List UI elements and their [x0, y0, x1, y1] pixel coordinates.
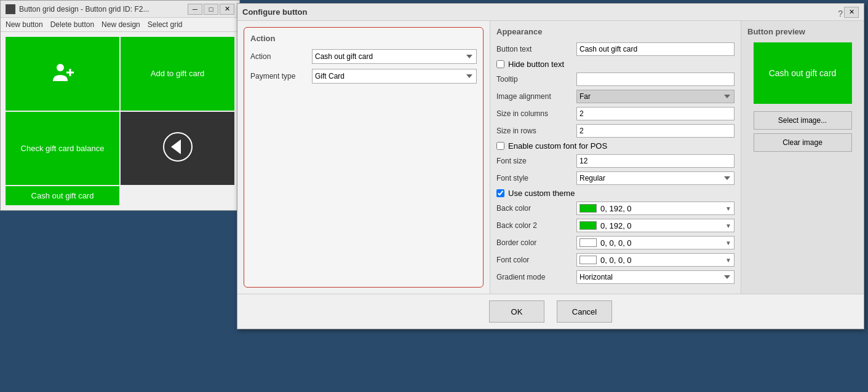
size-rows-label: Size in rows — [496, 127, 576, 135]
grid-cell-4[interactable] — [121, 112, 234, 186]
grid-cell-5[interactable]: Cash out gift card — [6, 186, 119, 205]
back-color-value: 0, 192, 0 — [600, 204, 632, 213]
minimize-button[interactable]: ─ — [188, 4, 202, 15]
payment-type-select[interactable]: Gift Card Cash Credit Card — [312, 69, 477, 84]
custom-theme-row: Use custom theme — [496, 189, 735, 198]
back-color2-value: 0, 192, 0 — [600, 221, 632, 230]
main-title-bar: Button grid design - Button grid ID: F2.… — [1, 1, 239, 18]
grid-cell-1[interactable] — [6, 37, 119, 111]
configure-section: Action Action Cash out gift card Add to … — [244, 27, 484, 288]
font-size-label: Font size — [496, 157, 576, 165]
action-label: Action — [250, 52, 312, 61]
back-color2-row: Back color 2 0, 192, 0 ▼ — [496, 219, 735, 232]
back-color-swatch — [579, 204, 597, 213]
back-color-field[interactable]: 0, 192, 0 ▼ — [576, 202, 735, 215]
svg-marker-4 — [171, 139, 181, 154]
dialog-title-bar: Configure button ? ✕ — [237, 4, 864, 21]
font-style-select[interactable]: Regular Bold Italic Bold Italic — [576, 171, 735, 185]
clear-image-button[interactable]: Clear image — [754, 133, 852, 152]
configure-dialog: Configure button ? ✕ Action Action Cash … — [237, 3, 864, 329]
hide-button-text-label: Hide button text — [508, 60, 564, 69]
font-color-swatch — [579, 256, 597, 264]
menu-new-design[interactable]: New design — [102, 20, 140, 29]
gradient-mode-row: Gradient mode Horizontal Vertical None — [496, 270, 735, 284]
size-columns-input[interactable] — [576, 107, 735, 120]
tooltip-input[interactable] — [576, 73, 735, 86]
back-color2-label: Back color 2 — [496, 221, 576, 230]
button-text-row: Button text — [496, 42, 735, 56]
dialog-title: Configure button — [242, 7, 307, 17]
size-rows-row: Size in rows — [496, 124, 735, 138]
font-size-input[interactable] — [576, 154, 735, 168]
border-color-swatch — [579, 238, 597, 247]
select-image-button[interactable]: Select image... — [754, 111, 852, 130]
dialog-footer: OK Cancel — [237, 294, 864, 329]
action-field-row: Action Cash out gift card Add to gift ca… — [250, 49, 477, 64]
preview-section: Button preview Cash out gift card Select… — [741, 21, 864, 294]
button-text-label: Button text — [496, 45, 576, 53]
back-color2-arrow: ▼ — [725, 222, 731, 229]
size-rows-input[interactable] — [576, 124, 735, 138]
main-window: Button grid design - Button grid ID: F2.… — [0, 0, 240, 211]
font-style-label: Font style — [496, 174, 576, 182]
maximize-button[interactable]: □ — [204, 4, 218, 15]
font-color-row: Font color 0, 0, 0, 0 ▼ — [496, 253, 735, 267]
menu-delete-button[interactable]: Delete button — [50, 20, 94, 29]
font-size-row: Font size — [496, 154, 735, 168]
app-icon — [6, 4, 15, 14]
custom-theme-checkbox[interactable] — [496, 189, 504, 197]
dialog-main: Action Action Cash out gift card Add to … — [237, 21, 864, 294]
border-color-value: 0, 0, 0, 0 — [600, 238, 632, 248]
custom-theme-label: Use custom theme — [508, 189, 575, 198]
font-color-arrow: ▼ — [725, 257, 731, 264]
action-select[interactable]: Cash out gift card Add to gift card Chec… — [312, 49, 477, 64]
border-color-arrow: ▼ — [725, 240, 731, 246]
svg-point-0 — [57, 64, 64, 71]
custom-font-label: Enable custom font for POS — [508, 141, 607, 151]
cancel-button[interactable]: Cancel — [557, 300, 612, 323]
dialog-close-button[interactable]: ✕ — [844, 7, 859, 18]
grid-cell-3[interactable]: Check gift card balance — [6, 112, 119, 186]
grid-cell-2[interactable]: Add to gift card — [121, 37, 234, 111]
font-color-field[interactable]: 0, 0, 0, 0 ▼ — [576, 253, 735, 267]
dialog-body: Action Action Cash out gift card Add to … — [237, 21, 864, 329]
appearance-section: Appearance Button text Hide button text … — [490, 21, 741, 294]
hide-button-text-row: Hide button text — [496, 60, 735, 69]
size-columns-label: Size in columns — [496, 109, 576, 118]
gradient-mode-select[interactable]: Horizontal Vertical None — [576, 270, 735, 284]
border-color-field[interactable]: 0, 0, 0, 0 ▼ — [576, 236, 735, 249]
font-color-value: 0, 0, 0, 0 — [600, 256, 632, 265]
close-button[interactable]: ✕ — [220, 4, 234, 15]
button-grid: Add to gift card Check gift card balance… — [1, 32, 239, 210]
preview-title: Button preview — [747, 27, 805, 36]
appearance-section-title: Appearance — [496, 27, 735, 36]
help-icon[interactable]: ? — [838, 9, 843, 18]
border-color-label: Border color — [496, 238, 576, 247]
font-color-label: Font color — [496, 256, 576, 264]
ok-button[interactable]: OK — [489, 300, 544, 323]
menu-new-button[interactable]: New button — [6, 20, 43, 29]
tooltip-label: Tooltip — [496, 75, 576, 84]
tooltip-row: Tooltip — [496, 73, 735, 86]
image-alignment-select[interactable]: Far Near Center — [576, 90, 735, 103]
custom-font-checkbox[interactable] — [496, 142, 504, 150]
size-columns-row: Size in columns — [496, 107, 735, 120]
preview-button: Cash out gift card — [754, 42, 852, 104]
custom-font-row: Enable custom font for POS — [496, 141, 735, 151]
button-text-input[interactable] — [576, 42, 735, 56]
back-color2-field[interactable]: 0, 192, 0 ▼ — [576, 219, 735, 232]
image-alignment-label: Image alignment — [496, 92, 576, 101]
back-color-label: Back color — [496, 204, 576, 213]
main-window-title: Button grid design - Button grid ID: F2.… — [19, 5, 149, 14]
payment-type-field-row: Payment type Gift Card Cash Credit Card — [250, 69, 477, 84]
payment-type-label: Payment type — [250, 72, 312, 80]
menu-select-grid[interactable]: Select grid — [148, 20, 183, 29]
hide-button-text-checkbox[interactable] — [496, 60, 504, 68]
font-style-row: Font style Regular Bold Italic Bold Ital… — [496, 171, 735, 185]
back-color-arrow: ▼ — [725, 205, 731, 212]
gradient-mode-label: Gradient mode — [496, 273, 576, 281]
configure-section-title: Action — [250, 34, 477, 43]
back-color2-swatch — [579, 221, 597, 230]
border-color-row: Border color 0, 0, 0, 0 ▼ — [496, 236, 735, 249]
menu-bar: New button Delete button New design Sele… — [1, 18, 239, 32]
